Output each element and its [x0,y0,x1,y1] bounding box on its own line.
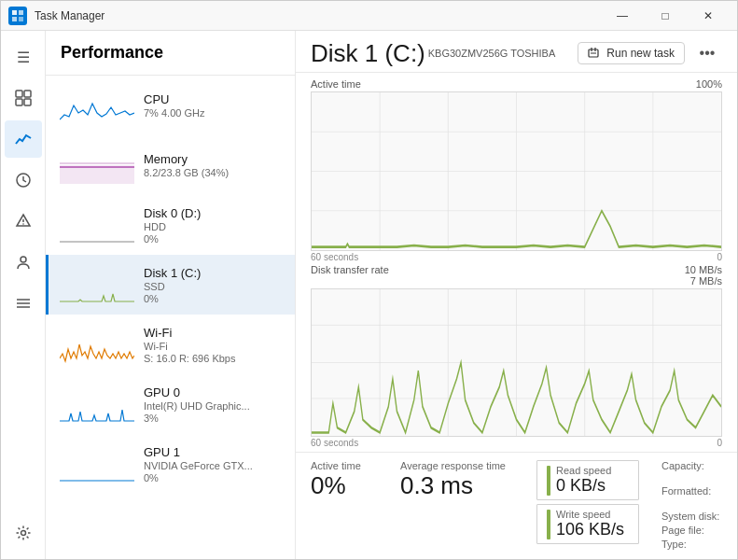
nav-item-wifi[interactable]: Wi-Fi Wi-Fi S: 16.0 R: 696 Kbps [46,315,295,374]
wifi-sub1: Wi-Fi [144,341,284,352]
gpu1-info: GPU 1 NVIDIA GeForce GTX... 0% [144,445,284,483]
write-speed-value: 106 KB/s [556,520,624,539]
svg-rect-6 [16,99,22,105]
sidebar-item-performance[interactable] [5,120,42,158]
nav-item-memory[interactable]: Memory 8.2/23.8 GB (34%) [46,135,295,195]
wifi-name: Wi-Fi [144,326,284,340]
gpu0-info: GPU 0 Intel(R) UHD Graphic... 3% [144,385,284,424]
nav-item-cpu[interactable]: CPU 7% 4.00 GHz [46,76,295,135]
svg-rect-3 [19,17,23,21]
disk1-info: Disk 1 (C:) SSD 0% [144,266,284,304]
detail-system-disk: System disk: Yes [661,511,737,522]
cpu-sub: 7% 4.00 GHz [144,107,284,119]
sidebar-item-startup[interactable] [5,203,42,240]
svg-rect-7 [24,99,31,105]
panel-title: Performance [61,43,163,63]
avg-response-value: 0.3 ms [400,471,522,500]
run-task-icon [588,47,601,60]
detail-capacity-key: Capacity: [661,460,737,483]
gpu0-name: GPU 0 [144,385,284,399]
disk0-mini-chart [60,206,134,244]
sidebar-item-processes[interactable] [5,79,42,117]
chart1-bottom-right: 0 [717,252,722,262]
chart1-label: Active time [311,78,361,90]
chart2-label: Disk transfer rate [311,264,389,287]
nav-item-gpu1[interactable]: GPU 1 NVIDIA GeForce GTX... 0% [46,434,295,494]
sidebar-item-details[interactable] [5,285,42,322]
transfer-rate-chart-section: Disk transfer rate 10 MB/s 7 MB/s [311,264,722,448]
main-container: ☰ [1,31,737,559]
disk1-mini-chart [60,266,134,303]
minimize-button[interactable]: — [601,1,644,31]
chart2-bottom-right: 0 [717,438,722,448]
nav-item-gpu0[interactable]: GPU 0 Intel(R) UHD Graphic... 3% [46,374,295,434]
sidebar-item-users[interactable] [5,244,42,281]
active-time-label: Active time [311,460,385,471]
wifi-mini-chart [60,326,134,363]
stats-area: Active time 0% Average response time 0.3… [296,452,737,559]
active-time-chart [311,91,722,251]
active-time-chart-section: Active time 100% [311,78,722,262]
run-new-task-button[interactable]: Run new task [578,42,685,64]
cpu-name: CPU [144,92,284,106]
title-bar: Task Manager — □ ✕ [1,1,737,31]
svg-rect-17 [60,165,134,184]
svg-rect-1 [19,10,23,15]
sidebar-item-settings[interactable] [5,514,42,552]
right-panel: Disk 1 (C:) KBG30ZMV256G TOSHIBA Run new… [296,31,737,559]
read-indicator [547,466,550,496]
detail-type-key: Type: [661,539,737,550]
gpu1-sub2: 0% [144,472,284,483]
chart1-bottom-left: 60 seconds [311,252,358,262]
sidebar-item-history[interactable] [5,161,42,199]
disk0-sub1: HDD [144,221,284,232]
cpu-info: CPU 7% 4.00 GHz [144,92,284,119]
disk0-info: Disk 0 (D:) HDD 0% [144,206,284,245]
disk-details: Capacity: 239 GB Formatted: 239 GB Syste… [661,460,737,550]
maximize-button[interactable]: □ [644,1,687,31]
read-speed-value: 0 KB/s [556,476,611,496]
detail-system-key: System disk: [661,511,737,522]
detail-formatted: Formatted: 239 GB [661,485,737,508]
chart2-max: 10 MB/s [685,264,722,275]
memory-mini-chart [60,147,134,184]
write-speed-info: Write speed 106 KB/s [556,509,624,539]
transfer-rate-chart [311,288,722,437]
close-button[interactable]: ✕ [687,1,730,31]
svg-point-11 [22,223,24,225]
write-speed-box: Write speed 106 KB/s [536,504,639,544]
task-manager-window: Task Manager — □ ✕ ☰ [0,0,738,560]
gpu0-sub1: Intel(R) UHD Graphic... [144,400,284,412]
disk0-name: Disk 0 (D:) [144,206,284,220]
read-speed-box: Read speed 0 KB/s [536,460,639,500]
chart2-bottom-left: 60 seconds [311,438,358,448]
detail-type: Type: SSD [661,539,737,550]
detail-formatted-key: Formatted: [661,485,737,508]
detail-pagefile: Page file: Yes [661,525,737,536]
memory-name: Memory [144,152,284,166]
speed-stats: Read speed 0 KB/s Write speed 106 KB/s [536,460,639,550]
disk0-sub2: 0% [144,233,284,245]
run-new-task-label: Run new task [606,47,675,60]
more-options-button[interactable]: ••• [692,38,722,68]
sidebar-item-hamburger[interactable]: ☰ [5,38,42,76]
left-panel-header: Performance [46,31,295,76]
gpu1-sub1: NVIDIA GeForce GTX... [144,460,284,471]
app-icon [8,7,27,25]
nav-list: CPU 7% 4.00 GHz [46,76,295,559]
svg-rect-4 [16,91,22,97]
gpu0-sub2: 3% [144,413,284,424]
left-panel: Performance CPU 7% 4.00 GHz [46,31,296,559]
svg-rect-0 [12,10,17,15]
cpu-mini-chart [60,87,134,124]
svg-rect-2 [12,17,17,21]
avg-response-stat: Average response time 0.3 ms [400,460,522,550]
content-area: Performance CPU 7% 4.00 GHz [46,31,737,559]
nav-item-disk0[interactable]: Disk 0 (D:) HDD 0% [46,195,295,255]
detail-capacity: Capacity: 239 GB [661,460,737,483]
memory-info: Memory 8.2/23.8 GB (34%) [144,152,284,178]
nav-item-disk1[interactable]: Disk 1 (C:) SSD 0% [46,255,295,315]
write-speed-label: Write speed [556,509,624,520]
wifi-sub2: S: 16.0 R: 696 Kbps [144,353,284,364]
disk1-sub1: SSD [144,281,284,292]
